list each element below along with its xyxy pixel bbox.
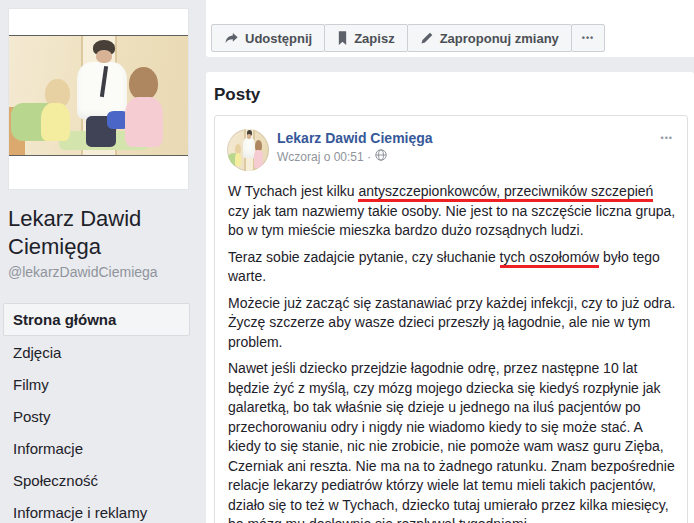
save-button[interactable]: Zapisz	[324, 24, 407, 52]
sidebar-item-spolecznosc[interactable]: Społeczność	[8, 464, 190, 496]
page-video-thumbnail[interactable]	[8, 8, 189, 190]
post-author-name[interactable]: Lekarz Dawid Ciemięga	[277, 129, 433, 148]
sidebar-item-informacje[interactable]: Informacje	[8, 432, 190, 464]
suggest-edits-button-label: Zaproponuj zmiany	[440, 31, 559, 46]
share-button-label: Udostępnij	[245, 31, 312, 46]
post-text: Teraz sobie zadajcie pytanie, czy słucha…	[228, 249, 500, 265]
photo-shape-girl2-body	[125, 97, 163, 147]
suggest-edits-button[interactable]: Zaproponuj zmiany	[407, 24, 572, 52]
post-paragraph: Teraz sobie zadajcie pytanie, czy słucha…	[228, 248, 677, 287]
post-paragraph: W Tychach jest kilku antyszczepionkowców…	[228, 182, 677, 241]
page-toolbar-card: Udostępnij Zapisz Zaproponuj zmiany •••	[206, 0, 694, 57]
toolbar-more-button[interactable]: •••	[571, 24, 605, 52]
bookmark-icon	[337, 31, 348, 45]
sidebar-item-filmy[interactable]: Filmy	[8, 368, 190, 400]
post-text: Nawet jeśli dziecko przejdzie łagodnie o…	[228, 360, 675, 523]
save-button-label: Zapisz	[354, 31, 394, 46]
posts-section-title: Posty	[206, 72, 694, 115]
avatar-shape	[254, 150, 263, 168]
post-text: czy jak tam nazwiemy takie osoby. Nie je…	[228, 203, 675, 239]
red-underline-annotation: tych oszołomów	[500, 249, 600, 265]
post-header-text: Lekarz Dawid Ciemięga Wczoraj o 00:51 ·	[277, 129, 433, 165]
post-paragraph: Nawet jeśli dziecko przejdzie łagodnie o…	[228, 359, 677, 523]
photo-shape-girl1-body	[41, 103, 70, 141]
post-text: Możecie już zacząć się zastanawiać przy …	[228, 295, 675, 350]
post-body: W Tychach jest kilku antyszczepionkowców…	[215, 171, 687, 523]
photo-shape-doctor-face	[96, 50, 112, 63]
red-underline-annotation: antyszczepionkowców, przeciwników szczep…	[358, 183, 653, 199]
post-more-options-button[interactable]: •••	[659, 129, 675, 147]
sidebar-item-informacje-i-reklamy[interactable]: Informacje i reklamy	[8, 496, 190, 523]
page-handle: @lekarzDawidCiemiega	[8, 264, 206, 280]
photo-shape-girl2-hair	[129, 67, 158, 100]
pencil-icon	[420, 31, 434, 45]
share-icon	[224, 31, 239, 45]
avatar-shape	[247, 134, 251, 139]
avatar-shape	[243, 138, 255, 158]
sidebar-item-posty[interactable]: Posty	[8, 400, 190, 432]
page-nav: Strona główna Zdjęcia Filmy Posty Inform…	[8, 303, 206, 523]
post-text: W Tychach jest kilku	[228, 183, 358, 199]
post-paragraph: Możecie już zacząć się zastanawiać przy …	[228, 294, 677, 353]
ellipsis-icon: •••	[582, 33, 594, 43]
page-action-buttons: Udostępnij Zapisz Zaproponuj zmiany •••	[206, 0, 694, 52]
share-button[interactable]: Udostępnij	[211, 24, 325, 52]
page-sidebar: Lekarz Dawid Ciemięga @lekarzDawidCiemie…	[0, 0, 206, 523]
sidebar-item-zdjecia[interactable]: Zdjęcia	[8, 336, 190, 368]
post-timestamp-text: Wczoraj o 00:51 ·	[277, 149, 371, 165]
doctor-with-children-photo	[9, 35, 188, 156]
page-name[interactable]: Lekarz Dawid Ciemięga	[8, 205, 194, 261]
post-author-avatar[interactable]	[227, 129, 269, 171]
post: Lekarz Dawid Ciemięga Wczoraj o 00:51 · …	[214, 115, 688, 523]
globe-privacy-icon	[375, 149, 387, 165]
post-header: Lekarz Dawid Ciemięga Wczoraj o 00:51 · …	[215, 116, 687, 171]
avatar-shape	[235, 153, 242, 166]
sidebar-item-strona-glowna[interactable]: Strona główna	[3, 303, 190, 336]
posts-section-card: Posty Lekarz Dawid Ciemięga Wczoraj o 00…	[206, 72, 694, 523]
post-timestamp[interactable]: Wczoraj o 00:51 ·	[277, 149, 433, 165]
